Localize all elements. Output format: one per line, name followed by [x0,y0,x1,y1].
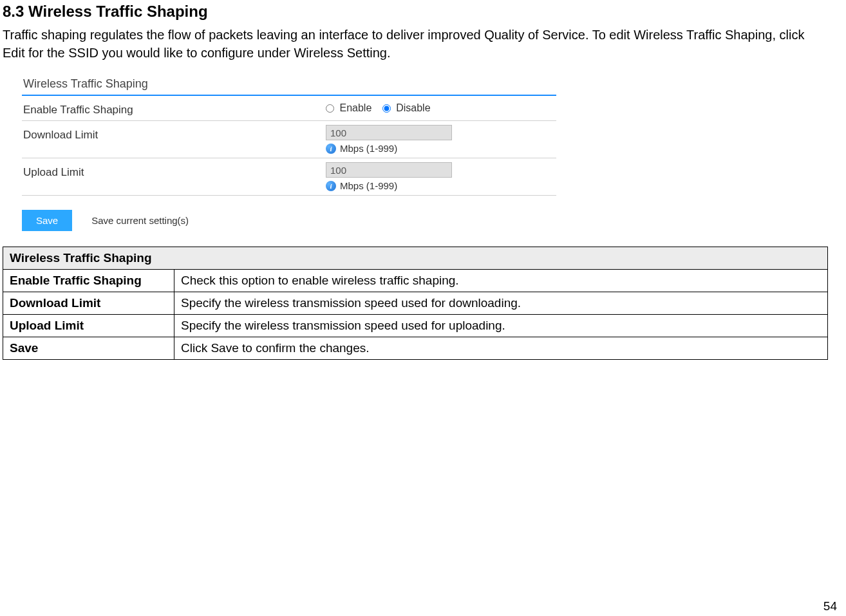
save-button[interactable]: Save [22,210,72,231]
download-label: Download Limit [22,125,326,142]
enable-radio-group: Enable Disable [326,100,556,114]
screenshot-title: Wireless Traffic Shaping [22,75,556,96]
download-hint-text: Mbps (1-999) [340,143,397,154]
table-header: Wireless Traffic Shaping [3,247,828,270]
upload-row: Upload Limit i Mbps (1-999) [22,158,556,196]
download-input[interactable] [326,125,452,140]
radio-enable[interactable] [326,104,334,113]
upload-input[interactable] [326,162,452,178]
table-label: Download Limit [3,292,174,315]
table-desc: Specify the wireless transmission speed … [174,292,828,315]
upload-label: Upload Limit [22,162,326,179]
radio-enable-text: Enable [339,102,371,113]
table-label: Upload Limit [3,315,174,337]
settings-screenshot: Wireless Traffic Shaping Enable Traffic … [22,75,556,231]
enable-row: Enable Traffic Shaping Enable Disable [22,96,556,121]
table-row: Save Click Save to confirm the changes. [3,337,828,360]
save-row: Save Save current setting(s) [22,210,556,231]
table-desc: Click Save to confirm the changes. [174,337,828,360]
table-row: Upload Limit Specify the wireless transm… [3,315,828,337]
enable-label: Enable Traffic Shaping [22,100,326,117]
upload-hint: i Mbps (1-999) [326,180,556,191]
upload-control: i Mbps (1-999) [326,162,556,191]
description-table: Wireless Traffic Shaping Enable Traffic … [3,247,828,360]
info-icon: i [326,144,336,154]
info-icon: i [326,181,336,191]
radio-disable[interactable] [382,104,391,113]
section-heading: 8.3 Wireless Traffic Shaping [3,3,828,21]
table-header-row: Wireless Traffic Shaping [3,247,828,270]
radio-enable-label[interactable]: Enable [326,102,375,113]
table-desc: Check this option to enable wireless tra… [174,270,828,292]
download-control: i Mbps (1-999) [326,125,556,154]
radio-disable-label[interactable]: Disable [382,102,431,113]
table-row: Download Limit Specify the wireless tran… [3,292,828,315]
table-row: Enable Traffic Shaping Check this option… [3,270,828,292]
table-label: Save [3,337,174,360]
download-hint: i Mbps (1-999) [326,143,556,154]
table-desc: Specify the wireless transmission speed … [174,315,828,337]
download-row: Download Limit i Mbps (1-999) [22,121,556,158]
upload-hint-text: Mbps (1-999) [340,180,397,191]
table-label: Enable Traffic Shaping [3,270,174,292]
save-description: Save current setting(s) [91,215,189,226]
intro-paragraph: Traffic shaping regulates the flow of pa… [3,26,828,62]
radio-disable-text: Disable [396,102,430,113]
